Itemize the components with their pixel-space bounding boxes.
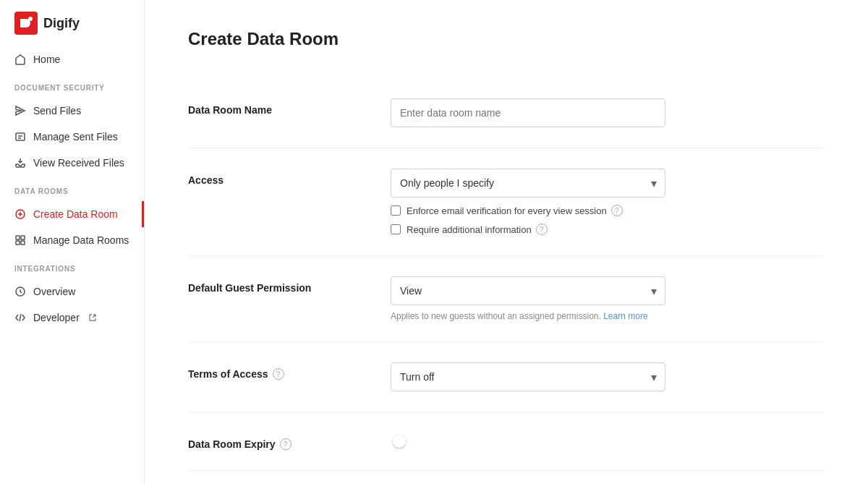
form-label-col-access: Access bbox=[188, 169, 376, 186]
form-row-terms-of-access: Terms of Access ? Turn off Custom ▾ bbox=[188, 342, 825, 412]
form-row-expiry: Data Room Expiry ? bbox=[188, 412, 825, 471]
grid-icon bbox=[14, 234, 26, 246]
form-label-guest: Default Guest Permission bbox=[188, 282, 311, 294]
terms-help-icon[interactable]: ? bbox=[273, 368, 284, 380]
sidebar-item-create-data-room-label: Create Data Room bbox=[33, 208, 118, 220]
form-row-data-room-name: Data Room Name bbox=[188, 78, 825, 148]
page-title: Create Data Room bbox=[188, 29, 825, 49]
section-label-integrations: INTEGRATIONS bbox=[0, 253, 144, 279]
logo: Digify bbox=[0, 0, 144, 46]
terms-select[interactable]: Turn off Custom bbox=[391, 362, 665, 391]
sidebar-item-developer[interactable]: Developer bbox=[0, 305, 144, 331]
logo-text: Digify bbox=[43, 16, 80, 31]
enforce-email-checkbox[interactable] bbox=[391, 205, 401, 216]
sidebar-item-developer-label: Developer bbox=[33, 312, 80, 323]
form-row-access: Access Only people I specify Anyone with… bbox=[188, 148, 825, 256]
enforce-email-row: Enforce email verification for every vie… bbox=[391, 205, 825, 216]
enforce-email-help-icon[interactable]: ? bbox=[611, 205, 623, 216]
svg-rect-6 bbox=[16, 241, 20, 245]
add-icon bbox=[14, 208, 26, 220]
form-label-col-terms: Terms of Access ? bbox=[188, 362, 376, 380]
send-icon bbox=[14, 105, 26, 116]
developer-icon bbox=[14, 312, 26, 323]
sidebar-item-overview-label: Overview bbox=[33, 286, 75, 297]
svg-rect-2 bbox=[16, 133, 25, 140]
require-info-label: Require additional information ? bbox=[407, 224, 548, 235]
form-label-access: Access bbox=[188, 174, 224, 186]
sidebar-item-home-label: Home bbox=[33, 54, 60, 65]
sidebar-item-overview[interactable]: Overview bbox=[0, 279, 144, 305]
terms-select-wrapper: Turn off Custom ▾ bbox=[391, 362, 665, 391]
learn-more-link[interactable]: Learn more bbox=[603, 311, 647, 321]
guest-permission-select-wrapper: View Download Edit ▾ bbox=[391, 276, 665, 305]
sidebar-item-home[interactable]: Home bbox=[0, 46, 144, 72]
section-label-document-security: DOCUMENT SECURITY bbox=[0, 72, 144, 98]
home-icon bbox=[14, 54, 26, 65]
access-select[interactable]: Only people I specify Anyone with the li… bbox=[391, 169, 665, 198]
sidebar-item-manage-sent-files-label: Manage Sent Files bbox=[33, 131, 118, 143]
form-row-watermark: Dynamic Watermark ? bbox=[188, 471, 825, 484]
sidebar-item-view-received-files[interactable]: View Received Files bbox=[0, 150, 144, 176]
data-room-name-input[interactable] bbox=[391, 98, 665, 127]
section-label-data-rooms: DATA ROOMS bbox=[0, 176, 144, 201]
sidebar-item-manage-data-rooms[interactable]: Manage Data Rooms bbox=[0, 227, 144, 253]
require-info-checkbox[interactable] bbox=[391, 224, 401, 234]
expiry-toggle-thumb bbox=[393, 435, 406, 448]
sidebar-item-view-received-files-label: View Received Files bbox=[33, 157, 124, 169]
sidebar-item-create-data-room[interactable]: Create Data Room bbox=[0, 201, 144, 227]
form-label-col-name: Data Room Name bbox=[188, 98, 376, 116]
form-label-expiry: Data Room Expiry bbox=[188, 438, 276, 450]
form-control-col-access: Only people I specify Anyone with the li… bbox=[391, 169, 825, 235]
guest-permission-helper: Applies to new guests without an assigne… bbox=[391, 311, 825, 321]
access-select-wrapper: Only people I specify Anyone with the li… bbox=[391, 169, 665, 198]
manage-icon bbox=[14, 131, 26, 143]
require-info-row: Require additional information ? bbox=[391, 224, 825, 235]
svg-point-1 bbox=[28, 17, 33, 21]
main-content: Create Data Room Data Room Name Access O… bbox=[145, 0, 868, 484]
form-control-col-terms: Turn off Custom ▾ bbox=[391, 362, 825, 391]
form-label-col-guest: Default Guest Permission bbox=[188, 276, 376, 294]
inbox-icon bbox=[14, 157, 26, 169]
overview-icon bbox=[14, 286, 26, 297]
sidebar-item-send-files[interactable]: Send Files bbox=[0, 98, 144, 124]
external-link-icon bbox=[88, 313, 97, 322]
digify-logo-icon bbox=[14, 12, 38, 35]
form-control-col-guest: View Download Edit ▾ Applies to new gues… bbox=[391, 276, 825, 321]
sidebar-item-send-files-label: Send Files bbox=[33, 105, 81, 116]
sidebar: Digify Home DOCUMENT SECURITY Send Files… bbox=[0, 0, 145, 484]
sidebar-item-manage-data-rooms-label: Manage Data Rooms bbox=[33, 234, 129, 246]
form-row-guest-permission: Default Guest Permission View Download E… bbox=[188, 256, 825, 342]
svg-rect-5 bbox=[21, 236, 25, 239]
guest-permission-select[interactable]: View Download Edit bbox=[391, 276, 665, 305]
form-label-name: Data Room Name bbox=[188, 104, 272, 116]
svg-rect-4 bbox=[16, 236, 20, 239]
svg-rect-7 bbox=[21, 241, 25, 245]
form-control-col-name bbox=[391, 98, 825, 127]
form-label-terms: Terms of Access bbox=[188, 368, 268, 380]
expiry-help-icon[interactable]: ? bbox=[280, 438, 292, 450]
require-info-help-icon[interactable]: ? bbox=[536, 224, 548, 235]
sidebar-item-manage-sent-files[interactable]: Manage Sent Files bbox=[0, 124, 144, 150]
enforce-email-label: Enforce email verification for every vie… bbox=[407, 205, 623, 216]
form-label-col-expiry: Data Room Expiry ? bbox=[188, 433, 376, 450]
